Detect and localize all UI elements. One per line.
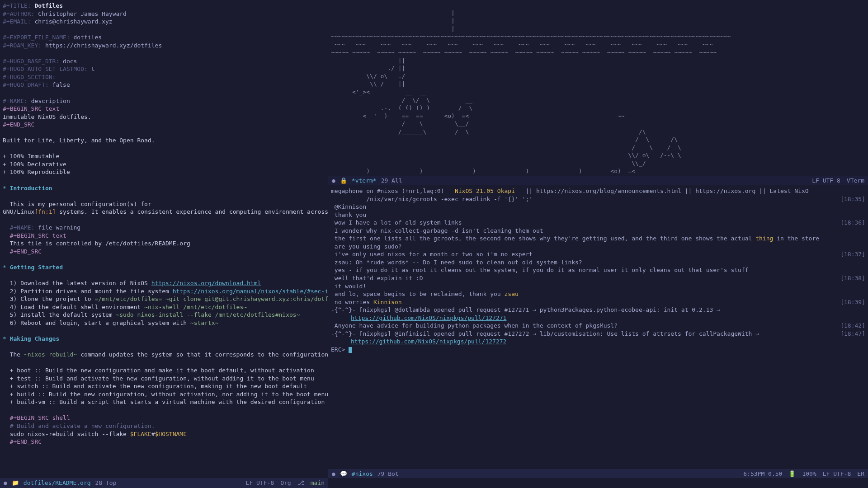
chat-message: thank you: [331, 211, 865, 219]
encoding: LF UTF-8: [823, 470, 851, 478]
org-modeline: ● 📁 dotfiles/README.org 28 Top LF UTF-8 …: [0, 478, 328, 488]
buffer-position: 29 All: [381, 177, 402, 185]
modified-icon: ●: [4, 479, 7, 487]
erc-input-line[interactable]: ERC>: [331, 346, 865, 354]
encoding: LF UTF-8: [246, 479, 274, 487]
readonly-icon: 🔒: [340, 177, 347, 185]
git-branch-icon: ⎇: [297, 479, 304, 487]
ascii-art: | | | ~~~~~~~~~~~~~~~~~~~~~~~~~~~~~~~~~~…: [331, 9, 865, 176]
buffer-position: 28 Top: [95, 479, 117, 487]
chat-message: and lo, space begins to be reclaimed, th…: [331, 290, 865, 298]
major-mode: VTerm: [847, 177, 864, 185]
battery-pct: 100%: [802, 470, 816, 478]
irc-topic: megaphone on #nixos (+nrt,lag:0) NixOS 2…: [331, 187, 865, 195]
pr-link[interactable]: https://github.com/NixOS/nixpkgs/pull/12…: [351, 314, 506, 321]
nixos-partition-link[interactable]: https://nixos.org/manual/nixos/stable/#s…: [173, 288, 328, 295]
chat-message: are you using sudo?: [331, 243, 865, 251]
chat-message: the first one lists all the gcroots, the…: [331, 235, 865, 243]
nixos-download-link[interactable]: https://nixos.org/download.html: [151, 280, 261, 286]
chat-message: yes - if you do it as root it cleans out…: [331, 266, 865, 274]
buffer-name: *vterm*: [352, 177, 377, 185]
git-branch: main: [311, 479, 325, 487]
chat-message: -{^-^}- [nixpkgs] @Infinisil opened pull…: [331, 330, 865, 346]
chat-message: -{^-^}- [nixpkgs] @dotlambda opened pull…: [331, 306, 865, 322]
chat-message: Anyone have advice for building python p…: [331, 322, 865, 330]
chat-message: i've only used nixos for a month or two …: [331, 250, 865, 258]
chat-message: zsau: Oh *rude words* -- Do I need sudo …: [331, 258, 865, 267]
pr-link[interactable]: https://github.com/NixOS/nixpkgs/pull/12…: [351, 338, 506, 345]
modified-icon: ●: [332, 470, 335, 478]
chat-icon: 💬: [340, 470, 347, 478]
encoding: LF UTF-8: [812, 177, 840, 185]
battery-icon: 🔋: [788, 470, 796, 478]
buffer-name: #nixos: [352, 470, 373, 478]
chat-message: it would!: [331, 282, 865, 291]
chat-message: I wonder why nix-collect-garbage -d isn'…: [331, 227, 865, 235]
modified-icon: ●: [332, 177, 335, 185]
major-mode: ER: [857, 470, 864, 478]
clock: 6:53PM 0.50: [743, 470, 782, 478]
chat-message: no worries Kinnison[18:39]: [331, 298, 865, 306]
chat-message: @Kinnison: [331, 203, 865, 211]
chat-message: wow I have a lot of old system links[18:…: [331, 219, 865, 227]
irc-pane[interactable]: megaphone on #nixos (+nrt,lag:0) NixOS 2…: [328, 185, 868, 469]
irc-modeline: ● 💬 #nixos 79 Bot 6:53PM 0.50 🔋100% LF U…: [328, 469, 868, 478]
vterm-modeline: ● 🔒 *vterm* 29 All LF UTF-8 VTerm: [328, 176, 868, 185]
major-mode: Org: [280, 479, 291, 487]
vterm-pane[interactable]: | | | ~~~~~~~~~~~~~~~~~~~~~~~~~~~~~~~~~~…: [328, 0, 868, 176]
buffer-position: 79 Bot: [377, 470, 399, 478]
org-content: #+TITLE: Dotfiles #+AUTHOR: Christopher …: [3, 2, 325, 446]
chat-message: well that'd explain it :D[18:38]: [331, 274, 865, 282]
org-editor-pane[interactable]: #+TITLE: Dotfiles #+AUTHOR: Christopher …: [0, 0, 328, 478]
buffer-name: dotfiles/README.org: [24, 479, 91, 487]
folder-icon: 📁: [12, 479, 19, 487]
cursor: [349, 347, 352, 353]
irc-topic-2: /nix/var/nix/gcroots -exec readlink -f '…: [331, 195, 865, 203]
